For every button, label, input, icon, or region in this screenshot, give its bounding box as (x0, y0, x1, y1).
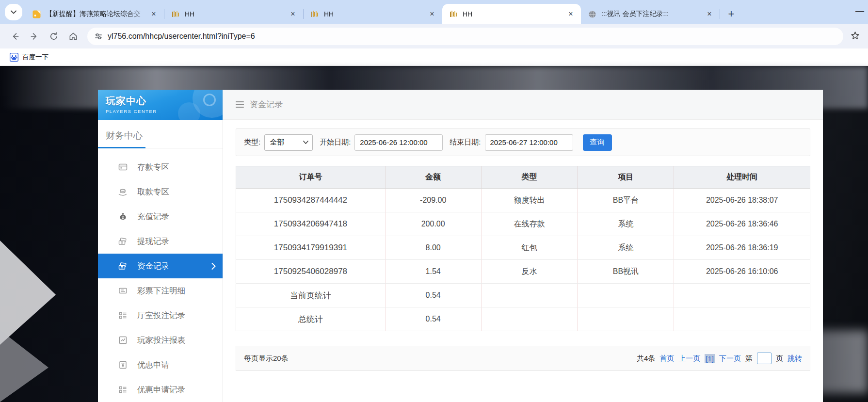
type-label: 类型: (244, 138, 260, 147)
tab-close-icon[interactable]: × (565, 9, 576, 19)
tab-hh-active[interactable]: HH × (442, 4, 581, 24)
promo-apply-record-icon (118, 385, 128, 395)
jump-prefix-label: 第 (745, 354, 753, 363)
end-date-input[interactable] (485, 134, 573, 151)
site-info-icon[interactable] (94, 32, 103, 41)
chevron-down-icon (11, 10, 16, 14)
cell-type: 在线存款 (481, 212, 578, 236)
tab-forum[interactable]: 【新提醒】海燕策略论坛综合交 × (25, 4, 164, 24)
hh-gold-favicon (310, 10, 319, 18)
tab-search-button[interactable] (5, 4, 22, 20)
column-header-amount: 金额 (385, 166, 481, 189)
cell-amount: 0.54 (385, 284, 481, 307)
address-bar: yl756.com/hhcp/usercenter.html?iniType=6 (0, 24, 868, 48)
cell-item (578, 307, 674, 331)
cell-amount: 8.00 (385, 236, 481, 260)
prev-page-link[interactable]: 上一页 (678, 354, 700, 363)
cell-item: 系统 (578, 212, 674, 236)
sidebar-item-withdrawal-record[interactable]: 提现记录 (98, 229, 223, 254)
withdraw-icon (118, 187, 128, 197)
bookmark-baidu[interactable]: 百度一下 (6, 51, 52, 64)
cell-summary-label: 总统计 (236, 307, 386, 331)
tab-title: :::视讯 会员下注纪录::: (601, 10, 704, 18)
table-row: 1750934287444442 -209.00 额度转出 BB平台 2025-… (236, 189, 810, 212)
table-header-row: 订单号 金额 类型 项目 处理时间 (236, 166, 810, 189)
sidebar-item-lottery-bet-detail[interactable]: 彩票下注明细 (98, 278, 223, 303)
first-page-link[interactable]: 首页 (659, 354, 674, 363)
cell-time: 2025-06-26 18:36:46 (674, 212, 810, 236)
next-page-link[interactable]: 下一页 (719, 354, 741, 363)
cell-time (674, 284, 810, 307)
sidebar-item-label: 厅室投注记录 (137, 310, 185, 321)
tab-hh-2[interactable]: HH × (304, 4, 442, 24)
cell-summary-label: 当前页统计 (236, 284, 386, 307)
table-row-page-summary: 当前页统计 0.54 (236, 284, 810, 307)
per-page-label: 每页显示20条 (244, 354, 289, 363)
url-field[interactable]: yl756.com/hhcp/usercenter.html?iniType=6 (87, 28, 843, 45)
tab-title: 【新提醒】海燕策略论坛综合交 (46, 10, 148, 18)
jump-page-input[interactable] (757, 353, 772, 364)
cell-time (674, 307, 810, 331)
main-body: 类型: 全部 开始日期: 结束日期: 查询 订单号 (223, 120, 823, 380)
reload-button[interactable] (46, 28, 62, 45)
jump-action-link[interactable]: 跳转 (788, 354, 802, 363)
sidebar-item-promo-apply[interactable]: 优惠申请 (98, 353, 223, 377)
cell-type: 红包 (481, 236, 578, 260)
tab-video-records[interactable]: :::视讯 会员下注纪录::: × (581, 4, 720, 24)
home-button[interactable] (65, 28, 81, 45)
cell-type (481, 307, 578, 331)
sidebar-item-label: 充值记录 (137, 211, 169, 222)
cell-item (578, 284, 674, 307)
column-header-time: 处理时间 (674, 166, 810, 189)
gamepad-decoration (203, 94, 216, 106)
bookmark-star-icon[interactable] (850, 31, 860, 43)
cell-amount: -209.00 (385, 189, 481, 212)
start-date-label: 开始日期: (320, 138, 351, 147)
search-button[interactable]: 查询 (583, 134, 612, 151)
cell-order-no: 1750934206947418 (236, 212, 386, 236)
sidebar-item-deposit-zone[interactable]: 存款专区 (98, 155, 223, 179)
sidebar-section: 财务中心 (98, 120, 223, 148)
cell-amount: 200.00 (385, 212, 481, 236)
section-underline (98, 148, 230, 148)
player-bet-report-icon (118, 336, 128, 345)
end-date-label: 结束日期: (450, 138, 481, 147)
tab-hh-1[interactable]: HH × (164, 4, 303, 24)
tab-close-icon[interactable]: × (427, 9, 437, 19)
menu-toggle-icon[interactable] (236, 101, 244, 108)
forward-button[interactable] (26, 28, 43, 45)
tab-close-icon[interactable]: × (704, 9, 715, 19)
pagination-controls: 共4条 首页 上一页 [1] 下一页 第 页 跳转 (637, 353, 802, 364)
sidebar-item-withdraw-zone[interactable]: 取款专区 (98, 179, 223, 204)
start-date-input[interactable] (354, 134, 443, 151)
sidebar-item-recharge-record[interactable]: 充值记录 (98, 204, 223, 229)
new-tab-button[interactable]: + (724, 7, 739, 21)
chevron-down-icon (303, 141, 308, 144)
cell-amount: 0.54 (385, 307, 481, 331)
sidebar-item-hall-bet-record[interactable]: 厅室投注记录 (98, 303, 223, 328)
page-background: 玩家中心 PLAYERS CENTER 财务中心 存款专区 取款专区 充值记录 (0, 66, 868, 402)
hh-gold-favicon (449, 10, 458, 18)
forum-favicon (32, 10, 41, 18)
main-panel: 资金记录 类型: 全部 开始日期: 结束日期: 查询 (223, 90, 823, 402)
browser-window: 【新提醒】海燕策略论坛综合交 × HH × HH × HH × (0, 0, 868, 402)
window-minimize-button[interactable]: — (855, 6, 863, 16)
bookmark-bar: 百度一下 (0, 48, 868, 66)
recharge-record-icon (118, 212, 128, 222)
type-select[interactable]: 全部 (264, 134, 313, 151)
promo-apply-icon (118, 360, 128, 370)
tab-title: HH (185, 10, 288, 18)
main-header: 资金记录 (223, 90, 823, 120)
background-triangle (0, 325, 48, 402)
sidebar-item-promo-apply-record[interactable]: 优惠申请记录 (98, 377, 223, 402)
cell-time: 2025-06-26 18:36:19 (674, 236, 810, 260)
sidebar-item-player-bet-report[interactable]: 玩家投注报表 (98, 328, 223, 353)
cell-item: BB平台 (578, 189, 674, 212)
sidebar-item-label: 优惠申请 (137, 360, 169, 370)
tab-close-icon[interactable]: × (288, 9, 298, 19)
url-text: yl756.com/hhcp/usercenter.html?iniType=6 (108, 32, 255, 41)
tab-close-icon[interactable]: × (148, 9, 159, 19)
back-button[interactable] (7, 28, 23, 45)
sidebar-item-funds-record[interactable]: 资金记录 (98, 254, 223, 278)
sidebar-item-label: 存款专区 (137, 162, 169, 173)
